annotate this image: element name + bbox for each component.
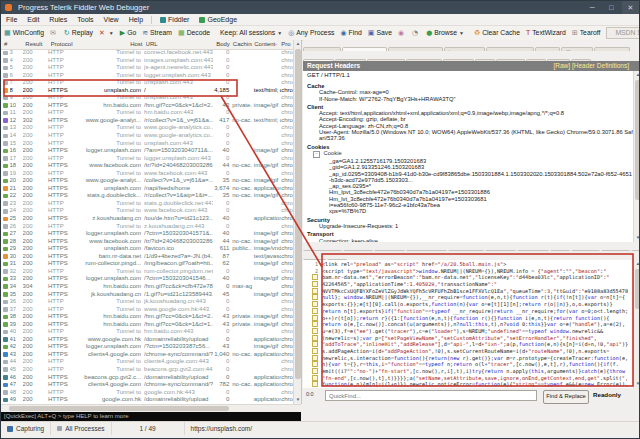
session-row[interactable]: 43200HTTPSclients4.google.com/chrome-syn… <box>1 351 293 359</box>
session-row[interactable]: 3200HTTPTunnel toconnect.facebook.net:44… <box>1 49 293 57</box>
toolbar-clear-cache-button[interactable]: ♻Clear Cache <box>471 27 523 39</box>
scroll-up-icon[interactable]: ▲ <box>634 71 640 79</box>
code-vertical-scrollbar[interactable]: ▲ ▼ <box>633 260 640 388</box>
scroll-down-icon[interactable]: ▼ <box>634 234 640 242</box>
session-row[interactable]: 49200HTTPSgoogle.com.hk/domainreliabilit… <box>1 396 293 404</box>
headers-vertical-scrollbar[interactable]: ▲ ▼ <box>633 71 640 242</box>
session-row[interactable]: 13200HTTPTunnel towww.google-analytics.c… <box>1 124 293 132</box>
session-row[interactable]: 35200HTTPSjk.koushuadang.cn/1.gif?u=td21… <box>1 291 293 299</box>
session-row[interactable]: 45200HTTPTunnel tobeacons.gcp.gvt2.com:4… <box>1 366 293 374</box>
session-row[interactable]: 7200HTTPTunnel tounsplash.com:4430chro..… <box>1 79 293 87</box>
scroll-thumb[interactable] <box>635 269 640 309</box>
session-row[interactable]: 8200HTTPSunsplash.com/4,185text/html; c.… <box>1 87 293 95</box>
session-row[interactable]: 31200HTTPSrum-collector.pingd.../img/bea… <box>1 260 293 268</box>
toolbar-clock-button[interactable]: ◔ <box>409 27 423 39</box>
session-row[interactable]: 17200HTTPTunnel tologger.unsplash.com:44… <box>1 155 293 163</box>
session-row[interactable]: 6200HTTPTunnel tologger.unsplash.com:443… <box>1 72 293 80</box>
session-row[interactable]: 19200HTTPTunnel towww.facebook.com:4430c… <box>1 170 293 178</box>
toolbar-replay-button[interactable]: ↻Replay <box>61 27 96 39</box>
menu-edit[interactable]: Edit <box>22 14 44 25</box>
cookie-node[interactable]: − Cookie <box>307 150 633 158</box>
session-list-vertical-scrollbar[interactable]: ▲ ▼ <box>293 40 301 404</box>
session-row[interactable]: 22200HTTPSstats.g.doubleclick.../r/colle… <box>1 192 293 200</box>
session-row[interactable]: 24200HTTPTunnel towww.facebook.com:4430c… <box>1 207 293 215</box>
column-header--[interactable]: # <box>1 40 25 49</box>
menu-fiddler[interactable]: Fiddler <box>155 14 194 25</box>
menu-tools[interactable]: Tools <box>72 14 98 25</box>
session-row[interactable]: 34304HTTPShm.baidu.com/hm.gif?cc&ck=cfb4… <box>1 283 293 291</box>
session-row[interactable]: 39200HTTPShm.baidu.com/hm.gif?cc=0&ck=1&… <box>1 321 293 329</box>
scroll-down-icon[interactable]: ▼ <box>634 380 640 388</box>
toolbar-comment-button[interactable]: ✉ <box>47 27 61 39</box>
session-row[interactable]: 21200HTTPSunsplash.com/napi/feeds/home3,… <box>1 185 293 193</box>
session-row[interactable]: 4200HTTPTunnel toimages.unsplash.com:443… <box>1 57 293 65</box>
scroll-thumb[interactable] <box>9 406 229 411</box>
session-row[interactable]: 11200HTTPTunnel tohm.baidu.com:4430chro.… <box>1 109 293 117</box>
scroll-down-icon[interactable]: ▼ <box>294 396 302 404</box>
column-header-caching[interactable]: Caching <box>231 40 252 49</box>
session-row[interactable]: 32200HTTPTunnel torum-collector.pingdom.… <box>1 268 293 276</box>
column-header-result[interactable]: Result <box>25 40 50 49</box>
menu-geoedge[interactable]: GeoEdge <box>194 14 242 25</box>
column-header-content-type[interactable]: Content-Type <box>252 40 281 49</box>
session-row[interactable]: 27200HTTPSlogger.unsplash.com/?ctm=15032… <box>1 230 293 238</box>
session-row[interactable]: 5200HTTPTunnel tojs-agent.newrelic.com:4… <box>1 64 293 72</box>
close-button[interactable]: ✕ <box>622 1 639 14</box>
session-row[interactable]: 38200HTTPShm.baidu.com/hm.gif?cc=0&ck=1&… <box>1 313 293 321</box>
msdn-search-box[interactable]: MSDN Search... <box>606 27 640 39</box>
menu-help[interactable]: Help <box>124 14 148 25</box>
session-row[interactable]: 40200HTTPTunnel tohm.baidu.com:4430chro.… <box>1 328 293 336</box>
toolbar-decode-button[interactable]: ▦Decode <box>175 27 213 39</box>
session-row[interactable]: 42200HTTPSlogger.unsplash.com/?ctm=15032… <box>1 343 293 351</box>
minimize-button[interactable]: ─ <box>584 1 601 14</box>
toolbar-keep-all-sessions-button[interactable]: Keep: All sessions▼ <box>217 27 285 39</box>
session-row[interactable]: 18200HTTPSwww.facebook.com/tr/?id=240468… <box>1 162 293 170</box>
quickexec-input[interactable]: [QuickExec] ALT+Q > type HELP to learn m… <box>1 412 301 421</box>
toolbar-camera-button[interactable]: ◉ <box>395 27 409 39</box>
session-row[interactable]: 29200HTTPSunsplash.com/favicon.ico611pub… <box>1 245 293 253</box>
capturing-indicator[interactable]: Capturing <box>1 422 51 435</box>
process-filter[interactable]: All Processes <box>51 422 111 435</box>
header-definitions-link[interactable]: [Header Definitions] <box>572 62 629 69</box>
session-row[interactable]: 15200HTTPTunnel tounsplash.com:4430chro.… <box>1 140 293 148</box>
session-row[interactable]: 23200HTTPTunnel tostats.g.doubleclick.ne… <box>1 200 293 208</box>
session-row[interactable]: 9200HTTPTunnel tounsplash.com:4430chro..… <box>1 94 293 102</box>
toolbar-textwizard-button[interactable]: TTextWizard <box>523 27 569 39</box>
scroll-thumb[interactable] <box>635 80 640 200</box>
column-header-body[interactable]: Body <box>213 40 230 49</box>
session-row[interactable]: 30200HTTPSbam.nr-data.net/1/d9+4bezed?a=… <box>1 253 293 261</box>
session-row[interactable]: 36200HTTPTunnel tojk.koushuadang.cn:4430… <box>1 298 293 306</box>
session-row[interactable]: 16200HTTPSlogger.unsplash.com/?am=150320… <box>1 147 293 155</box>
raw-link[interactable]: [Raw] <box>553 62 570 69</box>
toolbar-find-button[interactable]: ◉Find <box>337 27 364 39</box>
session-row[interactable]: 44200HTTPTunnel toclients4.google.com:44… <box>1 358 293 366</box>
session-row[interactable]: 46200HTTPSbeacons.gcp.gvt2.c.../domainre… <box>1 374 293 382</box>
session-row[interactable]: 33200HTTPSlogger.unsplash.com/?ctm=15032… <box>1 275 293 283</box>
session-row[interactable]: 14200HTTPTunnel towww.google-analytics.c… <box>1 132 293 140</box>
syntaxview-code-area[interactable]: 12 <link rel="preload" as="script" href=… <box>303 260 640 388</box>
menu-rules[interactable]: Rules <box>44 14 72 25</box>
toolbar-stream-button[interactable]: ≋Stream <box>139 27 175 39</box>
session-row[interactable]: 26200HTTPTunnel toz.koushuadang.cn:4430c… <box>1 223 293 231</box>
session-row[interactable]: 10200HTTPShm.baidu.com/hm.gif?cc=0&ck=1&… <box>1 102 293 110</box>
session-list-horizontal-scrollbar[interactable] <box>1 404 301 412</box>
maximize-button[interactable]: □ <box>603 1 620 14</box>
session-row[interactable]: 28200HTTPSwww.facebook.com/tr/?id=240468… <box>1 238 293 246</box>
toolbar-winconfig-button[interactable]: ▦WinConfig <box>1 27 47 39</box>
session-row[interactable]: 20200HTTPSwww.google-analyt.../collect?v… <box>1 177 293 185</box>
toolbar-go-button[interactable]: ▶Go <box>117 27 139 39</box>
toolbar-browse-button[interactable]: ●Browse▼ <box>423 27 467 39</box>
toolbar-remove-button[interactable]: ✕▼ <box>96 27 117 39</box>
collapse-icon[interactable]: − <box>313 151 320 158</box>
menu-file[interactable]: File <box>1 14 22 25</box>
session-row[interactable]: 41200HTTPSwww.google.com.hk/domainreliab… <box>1 336 293 344</box>
quickfind-input[interactable] <box>325 390 537 401</box>
scroll-up-icon[interactable]: ▲ <box>294 40 302 48</box>
session-row[interactable]: 25200HTTPSz.koushuadang.cn/tou/de.htm?u=… <box>1 215 293 223</box>
column-header-url[interactable]: URL <box>146 40 214 49</box>
scroll-up-icon[interactable]: ▲ <box>634 260 640 268</box>
toolbar-any-process-button[interactable]: ◎Any Process <box>285 27 337 39</box>
column-header-pro[interactable]: Pro <box>281 40 293 49</box>
scroll-thumb[interactable] <box>295 49 301 379</box>
menu-view[interactable]: View <box>99 14 124 25</box>
